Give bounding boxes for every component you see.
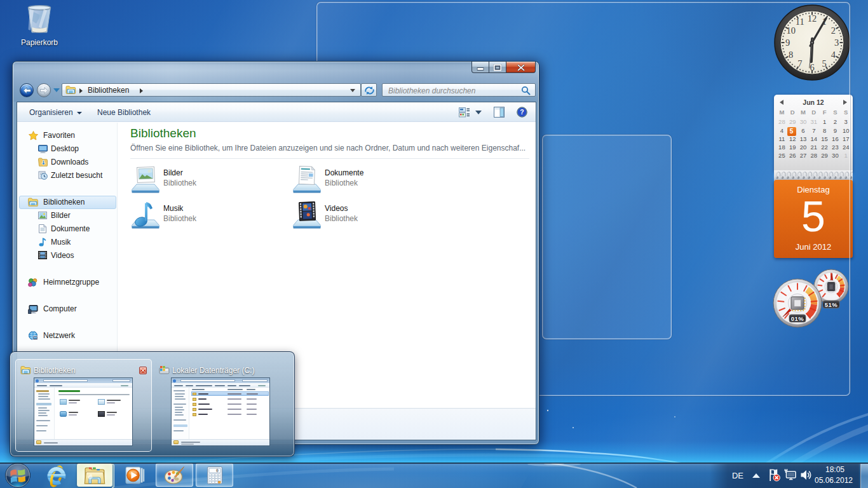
svg-text:?: ?	[520, 108, 524, 116]
svg-text:0: 0	[216, 468, 219, 473]
